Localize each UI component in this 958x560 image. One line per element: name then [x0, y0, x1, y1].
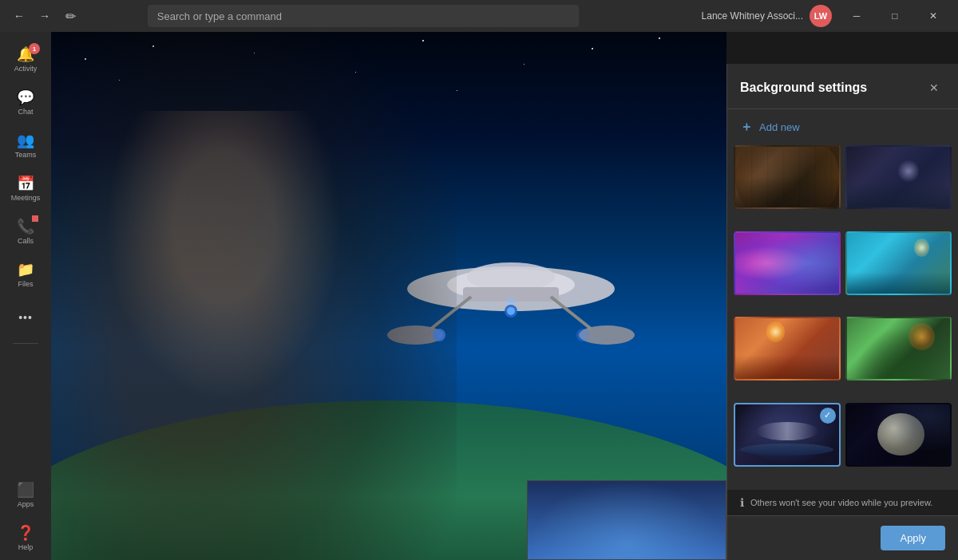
nav-buttons: ← → ✏	[0, 5, 89, 27]
bg-thumbnail-3[interactable]	[734, 231, 841, 295]
files-icon: 📁	[17, 261, 34, 278]
bg-thumbnail-8[interactable]	[845, 403, 952, 467]
star	[659, 37, 660, 39]
sidebar-label-activity: Activity	[14, 65, 38, 73]
bg-thumbnail-6[interactable]	[845, 317, 952, 381]
sidebar-item-teams[interactable]: 👥 Teams	[6, 124, 45, 166]
sidebar-item-apps[interactable]: ⬛ Apps	[6, 474, 45, 515]
bg-thumbnail-4[interactable]	[845, 231, 952, 295]
thumb-space-bg	[847, 404, 951, 465]
nebula-blue	[735, 233, 839, 294]
sidebar-label-apps: Apps	[18, 500, 34, 508]
forward-button[interactable]: →	[34, 5, 56, 27]
apply-button[interactable]: Apply	[881, 526, 945, 550]
add-icon: ＋	[740, 119, 753, 136]
sidebar-label-files: Files	[18, 280, 33, 288]
title-bar: ← → ✏ Search or type a command Lance Whi…	[0, 0, 958, 32]
more-icon: •••	[18, 311, 33, 324]
svg-point-9	[576, 329, 589, 341]
panel-header: Background settings ✕	[727, 64, 958, 109]
sidebar-label-chat: Chat	[18, 108, 33, 116]
sidebar: 🔔 Activity 1 💬 Chat 👥 Teams 📅 Meetings 📞…	[0, 32, 51, 560]
close-panel-button[interactable]: ✕	[923, 77, 945, 99]
chat-icon: 💬	[17, 89, 34, 106]
help-icon: ❓	[17, 524, 34, 542]
sidebar-item-chat[interactable]: 💬 Chat	[6, 81, 45, 123]
background-settings-panel: Background settings ✕ ＋ Add new	[726, 64, 958, 560]
selected-checkmark: ✓	[820, 408, 836, 424]
thumb-sun	[914, 239, 929, 257]
notice-bar: ℹ Others won't see your video while you …	[727, 490, 958, 515]
activity-badge: 1	[29, 43, 40, 54]
search-placeholder: Search or type a command	[157, 10, 282, 22]
background-grid: ✓	[727, 145, 958, 490]
star	[457, 90, 457, 91]
window-controls: ─ □ ✕	[838, 0, 952, 32]
video-background	[51, 32, 726, 560]
back-button[interactable]: ←	[8, 5, 30, 27]
sidebar-label-teams: Teams	[15, 151, 37, 159]
face-highlight	[105, 111, 342, 401]
title-right: Lance Whitney Associ... LW ─ □ ✕	[695, 0, 958, 32]
sidebar-label-calls: Calls	[18, 237, 34, 245]
add-new-label: Add new	[759, 121, 800, 133]
teams-icon: 👥	[17, 132, 34, 149]
thumb-decoration	[735, 147, 766, 207]
bg-thumbnail-7[interactable]: ✓	[734, 403, 841, 467]
thumb-decoration	[808, 147, 839, 207]
sidebar-item-calls[interactable]: 📞 Calls	[6, 211, 45, 252]
video-area: Background settings ✕ ＋ Add new	[51, 32, 958, 560]
sidebar-item-activity[interactable]: 🔔 Activity 1	[6, 38, 45, 80]
sidebar-item-meetings[interactable]: 📅 Meetings	[6, 168, 45, 209]
add-new-button[interactable]: ＋ Add new	[727, 109, 958, 145]
thumb-planet	[909, 323, 934, 350]
sidebar-item-help[interactable]: ❓ Help	[6, 517, 45, 558]
panel-title: Background settings	[740, 81, 867, 95]
thumb-overlay	[735, 147, 839, 207]
search-bar[interactable]: Search or type a command	[148, 5, 579, 27]
thumb-sun2	[766, 321, 785, 343]
user-name-label: Lance Whitney Associ...	[702, 10, 803, 22]
bg-thumbnail-1[interactable]	[734, 145, 841, 209]
sidebar-label-help: Help	[18, 543, 34, 551]
minimize-button[interactable]: ─	[838, 0, 875, 32]
thumb-overlay	[847, 183, 951, 207]
thumb-ship	[756, 422, 818, 440]
user-avatar[interactable]: LW	[810, 5, 832, 27]
panel-footer: Apply	[727, 515, 958, 560]
meetings-icon: 📅	[17, 175, 34, 192]
compose-button[interactable]: ✏	[59, 5, 81, 27]
preview-overlay	[528, 481, 726, 559]
bg-thumbnail-2[interactable]	[845, 145, 952, 209]
sidebar-divider	[13, 343, 38, 344]
thumb-earth	[740, 444, 833, 455]
star	[592, 48, 593, 49]
sidebar-item-files[interactable]: 📁 Files	[6, 254, 45, 295]
apps-icon: ⬛	[17, 481, 34, 499]
svg-point-12	[506, 298, 516, 303]
bg-thumbnail-5[interactable]	[734, 317, 841, 381]
info-icon: ℹ	[740, 496, 744, 509]
thumb-ground	[847, 318, 951, 379]
video-preview-thumbnail	[527, 480, 726, 560]
thumb-overlay	[847, 272, 951, 294]
sidebar-item-more[interactable]: •••	[6, 297, 45, 338]
thumb-overlay	[735, 355, 839, 379]
calls-badge	[32, 215, 38, 222]
svg-point-11	[507, 307, 515, 315]
maximize-button[interactable]: □	[877, 0, 913, 32]
notice-text: Others won't see your video while you pr…	[750, 498, 932, 507]
svg-point-2	[467, 262, 555, 291]
close-button[interactable]: ✕	[915, 0, 952, 32]
star	[524, 64, 525, 65]
thumb-moon	[898, 159, 919, 183]
sidebar-label-meetings: Meetings	[11, 194, 41, 202]
